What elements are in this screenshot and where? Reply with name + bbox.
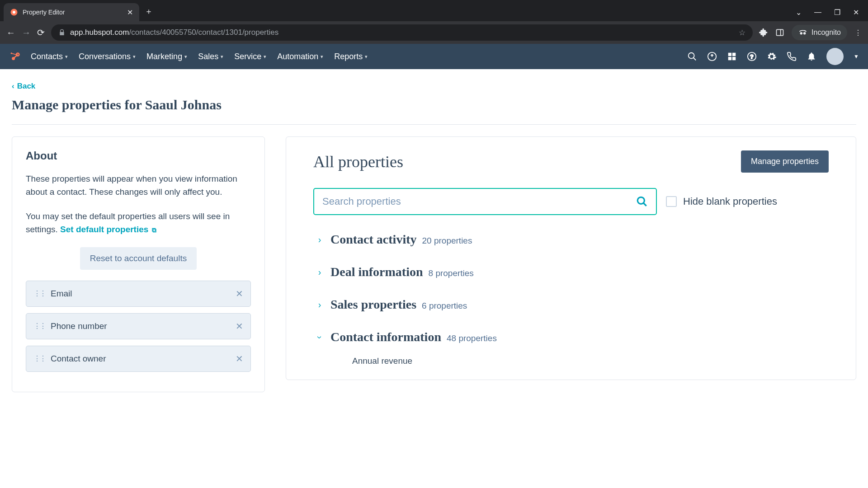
url-text: app.hubspot.com/contacts/40055750/contac… (70, 28, 278, 37)
help-icon[interactable]: ? (747, 52, 757, 61)
property-pill[interactable]: ⋮⋮Email✕ (26, 281, 251, 307)
set-default-properties-link[interactable]: Set default properties ⧉ (60, 225, 156, 234)
chevron-right-icon: › (314, 235, 325, 245)
all-properties-heading: All properties (313, 152, 403, 171)
hide-blank-checkbox-label[interactable]: Hide blank properties (666, 196, 777, 207)
browser-tab-strip: Property Editor ✕ ＋ ⌄ ― ❐ ✕ (0, 0, 868, 21)
reset-defaults-button[interactable]: Reset to account defaults (80, 247, 197, 270)
external-link-icon: ⧉ (152, 226, 156, 234)
search-properties-box[interactable] (313, 188, 657, 215)
hubspot-logo-icon[interactable] (9, 50, 22, 63)
property-group-name: Contact activity (330, 232, 417, 247)
user-avatar[interactable] (826, 48, 844, 65)
svg-line-9 (14, 55, 18, 59)
chevron-down-icon: ▾ (365, 54, 368, 60)
nav-item-reports[interactable]: Reports▾ (329, 52, 373, 61)
incognito-icon (798, 28, 808, 38)
search-icon[interactable] (687, 52, 697, 61)
back-icon[interactable]: ← (6, 28, 15, 38)
property-group[interactable]: ›Contact information48 properties (313, 321, 829, 353)
calling-icon[interactable] (787, 52, 797, 61)
nav-item-conversations[interactable]: Conversations▾ (73, 52, 141, 61)
tab-close-icon[interactable]: ✕ (127, 8, 133, 17)
about-description-1: These properties will appear when you vi… (26, 172, 251, 199)
incognito-badge: Incognito (792, 25, 847, 40)
close-window-icon[interactable]: ✕ (853, 8, 859, 17)
tabs-dropdown-icon[interactable]: ⌄ (796, 8, 802, 17)
svg-point-1 (13, 11, 15, 14)
upgrade-icon[interactable] (707, 52, 717, 61)
nav-label: Service (234, 52, 261, 61)
notifications-icon[interactable] (807, 52, 816, 61)
nav-item-automation[interactable]: Automation▾ (272, 52, 329, 61)
reload-icon[interactable]: ⟳ (37, 27, 45, 38)
about-heading: About (26, 150, 251, 162)
search-properties-input[interactable] (322, 196, 636, 207)
property-group-count: 48 properties (447, 333, 497, 343)
back-label: Back (17, 82, 36, 91)
star-icon[interactable]: ☆ (739, 28, 745, 38)
svg-line-13 (693, 58, 696, 61)
remove-property-icon[interactable]: ✕ (236, 321, 243, 332)
svg-rect-18 (732, 57, 736, 60)
property-pill-label: Contact owner (51, 354, 106, 364)
hide-blank-label: Hide blank properties (683, 196, 777, 207)
chevron-left-icon: ‹ (12, 82, 14, 91)
manage-properties-button[interactable]: Manage properties (741, 150, 829, 173)
about-description-2: You may set the default properties all u… (26, 210, 251, 236)
property-group-name: Deal information (330, 265, 423, 279)
window-controls: ⌄ ― ❐ ✕ (796, 8, 868, 21)
svg-point-12 (689, 53, 694, 59)
extensions-icon[interactable] (759, 28, 768, 37)
svg-rect-15 (728, 53, 731, 56)
drag-handle-icon[interactable]: ⋮⋮ (33, 289, 45, 298)
side-panel-icon[interactable] (775, 28, 784, 37)
hide-blank-checkbox[interactable] (666, 196, 677, 207)
page-scroll-area[interactable]: ‹ Back Manage properties for Saaul Johna… (0, 69, 868, 488)
property-item[interactable]: Annual revenue (313, 353, 829, 366)
nav-label: Contacts (31, 52, 63, 61)
nav-item-sales[interactable]: Sales▾ (193, 52, 229, 61)
back-link[interactable]: ‹ Back (12, 82, 35, 91)
search-icon[interactable] (636, 196, 648, 207)
nav-label: Reports (334, 52, 363, 61)
new-tab-button[interactable]: ＋ (145, 6, 153, 17)
settings-icon[interactable] (767, 52, 777, 61)
nav-label: Marketing (146, 52, 182, 61)
browser-tab[interactable]: Property Editor ✕ (4, 3, 139, 21)
minimize-icon[interactable]: ― (814, 8, 821, 17)
marketplace-icon[interactable] (727, 52, 737, 61)
svg-rect-16 (732, 53, 736, 56)
nav-item-marketing[interactable]: Marketing▾ (141, 52, 193, 61)
svg-point-5 (803, 32, 806, 35)
menu-icon[interactable]: ⋮ (854, 28, 862, 37)
remove-property-icon[interactable]: ✕ (236, 353, 243, 364)
lock-icon (58, 29, 66, 36)
property-group[interactable]: ›Deal information8 properties (313, 256, 829, 288)
property-pill[interactable]: ⋮⋮Contact owner✕ (26, 346, 251, 372)
address-bar[interactable]: app.hubspot.com/contacts/40055750/contac… (51, 24, 753, 41)
nav-label: Automation (277, 52, 318, 61)
chevron-down-icon: ▾ (133, 54, 136, 60)
tab-title: Property Editor (23, 9, 123, 16)
page-title: Manage properties for Saaul Johnas (12, 97, 856, 113)
drag-handle-icon[interactable]: ⋮⋮ (33, 354, 45, 363)
nav-item-service[interactable]: Service▾ (229, 52, 272, 61)
remove-property-icon[interactable]: ✕ (236, 288, 243, 299)
svg-rect-17 (728, 57, 731, 60)
browser-toolbar: ← → ⟳ app.hubspot.com/contacts/40055750/… (0, 21, 868, 44)
property-group[interactable]: ›Contact activity20 properties (313, 223, 829, 256)
property-pill[interactable]: ⋮⋮Phone number✕ (26, 313, 251, 339)
maximize-icon[interactable]: ❐ (834, 8, 840, 17)
property-group[interactable]: ›Sales properties6 properties (313, 288, 829, 321)
chevron-right-icon: › (314, 300, 325, 310)
property-group-count: 6 properties (422, 301, 467, 311)
account-menu-caret-icon[interactable]: ▼ (854, 53, 859, 60)
svg-line-22 (643, 203, 646, 206)
drag-handle-icon[interactable]: ⋮⋮ (33, 322, 45, 330)
about-card: About These properties will appear when … (12, 136, 265, 392)
property-group-name: Sales properties (330, 297, 416, 312)
svg-text:?: ? (750, 53, 754, 60)
nav-item-contacts[interactable]: Contacts▾ (25, 52, 73, 61)
nav-label: Conversations (79, 52, 131, 61)
